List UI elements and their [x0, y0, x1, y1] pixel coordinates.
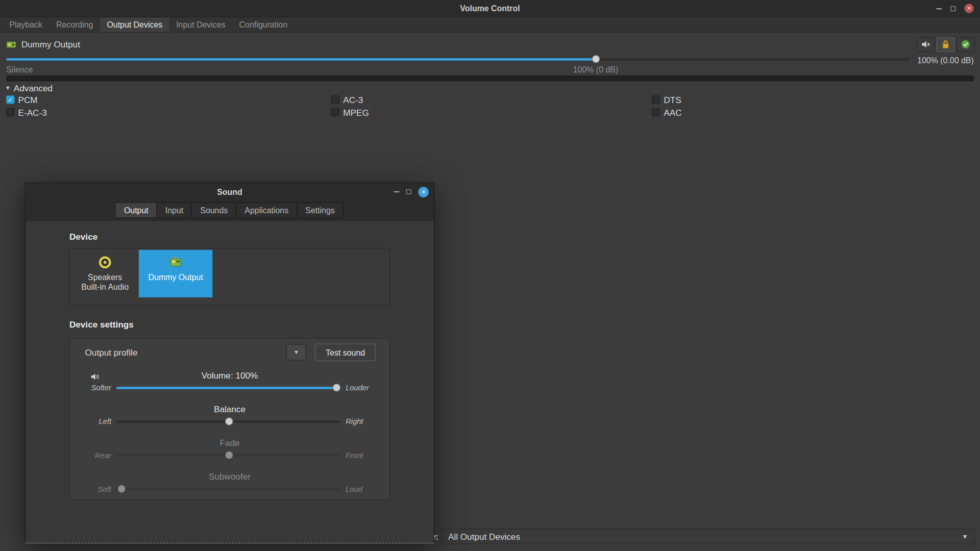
desktop: Volume Control ✕ Playback Recording Outp… — [0, 0, 980, 551]
device-tile-label-line1: Speakers — [88, 272, 122, 283]
volume-title: Volume: 100% — [70, 370, 389, 382]
subwoofer-slider — [116, 484, 341, 493]
checkbox[interactable]: ✓ — [652, 95, 660, 104]
dialog-minimize-button[interactable] — [394, 191, 399, 192]
chevron-down-icon: ▼ — [293, 349, 299, 355]
device-filter-combobox[interactable]: All Output Devices ▼ — [441, 529, 975, 544]
scale-100-label: 100% (0 dB) — [573, 65, 618, 74]
tab-bar: Playback Recording Output Devices Input … — [0, 17, 980, 32]
subwoofer-title: Subwoofer — [70, 471, 389, 483]
fade-slider — [116, 450, 341, 460]
advanced-label: Advanced — [14, 83, 53, 93]
maximize-icon — [950, 6, 955, 11]
minimize-button[interactable] — [936, 8, 942, 9]
loud-label: Loud — [340, 485, 374, 493]
dialog-titlebar[interactable]: Sound ✕ — [26, 183, 434, 201]
device-tile-dummy-output[interactable]: Dummy Output — [139, 250, 212, 297]
lock-channels-button[interactable] — [936, 37, 955, 52]
softer-label: Softer — [85, 383, 116, 392]
combobox-value: All Output Devices — [448, 531, 520, 541]
check-icon: ✓ — [8, 96, 13, 103]
chevron-down-icon: ▼ — [962, 533, 968, 539]
checkbox[interactable]: ✓ — [6, 95, 14, 104]
slider-handle[interactable] — [332, 384, 340, 392]
scale-labels: Silence 100% (0 dB) — [6, 65, 974, 74]
codec-aac[interactable]: ✓ AAC — [652, 107, 974, 117]
sound-card-icon — [6, 39, 16, 49]
balance-title: Balance — [70, 404, 389, 415]
volume-row: Volume: 100% Softer Louder — [70, 366, 389, 400]
dialog-close-button[interactable]: ✕ — [418, 187, 429, 197]
fallback-device-button[interactable] — [956, 37, 975, 52]
volume-slider[interactable] — [6, 55, 909, 64]
device-tile-label-line2: Built-in Audio — [81, 282, 129, 292]
left-label: Left — [85, 417, 116, 425]
codec-mpeg[interactable]: ✓ MPEG — [331, 107, 652, 117]
slider-fill — [116, 387, 341, 389]
codec-pcm[interactable]: ✓ PCM — [6, 94, 331, 105]
codec-grid: ✓ PCM ✓ AC-3 ✓ DTS ✓ E-AC-3 ✓ MPEG ✓ AAC — [6, 94, 974, 117]
dialog-tab-settings[interactable]: Settings — [297, 203, 344, 218]
slider-handle — [225, 451, 233, 459]
balance-row: Balance Left Right — [70, 400, 389, 434]
lock-icon — [941, 39, 951, 49]
checkbox[interactable]: ✓ — [6, 108, 14, 116]
slider-handle[interactable] — [225, 417, 233, 425]
tab-playback[interactable]: Playback — [3, 17, 50, 32]
soft-label: Soft — [85, 485, 116, 493]
volume-slider-line: Softer Louder — [70, 382, 389, 392]
minimize-icon — [394, 191, 399, 192]
green-check-icon — [961, 39, 971, 49]
dialog-tab-input[interactable]: Input — [157, 203, 192, 218]
output-profile-label: Output profile — [85, 347, 278, 358]
scale-silence-label: Silence — [6, 65, 33, 74]
checkbox[interactable]: ✓ — [652, 108, 660, 116]
dialog-tab-applications[interactable]: Applications — [236, 203, 297, 218]
device-header: Dummy Output — [6, 36, 975, 53]
test-sound-button[interactable]: Test sound — [315, 343, 376, 361]
checkbox[interactable]: ✓ — [331, 108, 339, 116]
tab-input-devices[interactable]: Input Devices — [169, 17, 232, 32]
minimize-icon — [936, 8, 942, 9]
balance-slider[interactable] — [116, 417, 341, 426]
device-tile-speakers[interactable]: Speakers Built-in Audio — [71, 250, 139, 297]
tab-configuration[interactable]: Configuration — [232, 17, 295, 32]
device-tile-label-line1: Dummy Output — [149, 272, 203, 283]
expander-arrow-icon: ▼ — [5, 85, 11, 91]
slider-handle[interactable] — [592, 55, 600, 63]
codec-dts[interactable]: ✓ DTS — [652, 94, 974, 105]
window-title: Volume Control — [460, 4, 520, 13]
tab-recording[interactable]: Recording — [49, 17, 100, 32]
codec-ac3[interactable]: ✓ AC-3 — [331, 94, 652, 105]
dialog-tab-output[interactable]: Output — [115, 203, 157, 218]
slider-fill — [6, 58, 596, 61]
dialog-maximize-button[interactable] — [406, 189, 411, 194]
checkbox[interactable]: ✓ — [331, 95, 339, 104]
right-label: Right — [340, 417, 374, 425]
device-settings-panel: Output profile ▼ Test sound Volume: 100%… — [69, 338, 390, 500]
slider-handle — [117, 485, 126, 493]
mute-icon — [921, 39, 931, 49]
subwoofer-row: Subwoofer Soft Loud — [70, 467, 389, 501]
window-controls: ✕ — [936, 0, 973, 17]
peak-meter — [6, 76, 974, 81]
dialog-window-controls: ✕ — [394, 183, 429, 201]
tab-output-devices[interactable]: Output Devices — [100, 17, 169, 32]
dialog-tab-sounds[interactable]: Sounds — [191, 203, 236, 218]
speaker-driver-icon — [97, 255, 112, 270]
maximize-button[interactable] — [950, 6, 955, 11]
volume-readout: 100% (0.00 dB) — [917, 56, 974, 65]
titlebar[interactable]: Volume Control ✕ — [0, 0, 980, 17]
fade-title: Fade — [70, 438, 389, 449]
close-button[interactable]: ✕ — [964, 4, 973, 13]
mute-button[interactable] — [916, 37, 935, 52]
profile-dropdown-button[interactable]: ▼ — [286, 344, 306, 361]
speaker-icon — [90, 372, 100, 382]
maximize-icon — [406, 189, 411, 194]
slider-track — [116, 488, 341, 490]
codec-eac3[interactable]: ✓ E-AC-3 — [6, 107, 331, 117]
advanced-expander[interactable]: ▼ Advanced — [5, 83, 53, 93]
louder-label: Louder — [340, 383, 374, 392]
device-name: Dummy Output — [21, 39, 915, 49]
dialog-volume-slider[interactable] — [116, 383, 341, 392]
